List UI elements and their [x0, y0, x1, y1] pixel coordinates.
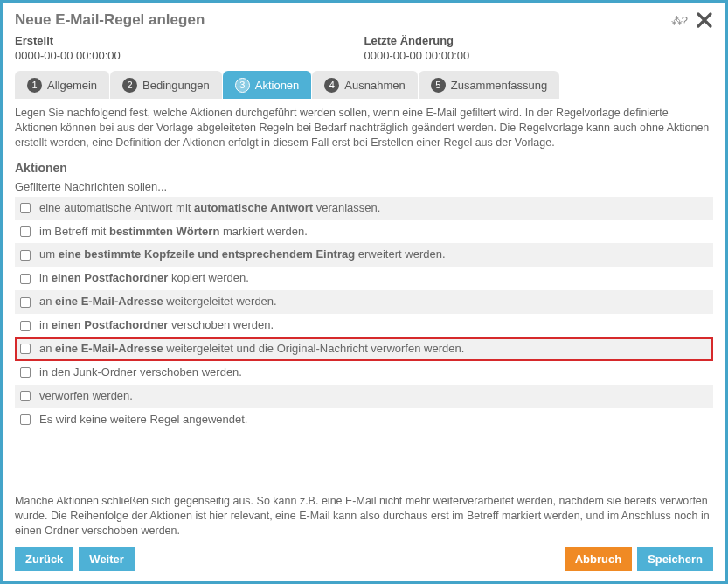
action-pre: in [39, 271, 52, 284]
save-button[interactable]: Speichern [637, 547, 713, 571]
footer-bar: Zurück Weiter Abbruch Speichern [3, 539, 725, 581]
action-text: Es wird keine weitere Regel angewendet. [39, 413, 708, 428]
action-bold: eine bestimmte Kopfzeile und entsprechen… [59, 247, 356, 261]
action-checkbox[interactable] [20, 391, 31, 401]
tab-num: 2 [122, 78, 137, 93]
tab-num: 1 [27, 78, 42, 93]
action-text: verworfen werden. [39, 389, 708, 404]
action-bold: eine E-Mail-Adresse [55, 342, 163, 355]
action-bold: automatische Antwort [194, 201, 313, 214]
action-row[interactable]: Es wird keine weitere Regel angewendet. [15, 408, 713, 432]
tab-ausnahmen[interactable]: 4Ausnahmen [312, 71, 418, 99]
action-pre: um [39, 247, 59, 261]
action-bold: einen Postfachordner [52, 271, 169, 284]
meta-created: Erstellt 0000-00-00 00:00:00 [15, 34, 364, 62]
action-checkbox[interactable] [20, 344, 31, 354]
action-text: eine automatische Antwort mit automatisc… [39, 201, 708, 216]
action-text: in den Junk-Ordner verschoben werden. [39, 365, 708, 380]
action-post: weitergeleitet werden. [163, 295, 277, 308]
modal-title: Neue E-Mail-Regel anlegen [15, 11, 671, 29]
modal-header: Neue E-Mail-Regel anlegen ⁂? [3, 3, 725, 34]
action-pre: an [39, 342, 55, 355]
action-text: in einen Postfachordner kopiert werden. [39, 271, 708, 286]
action-checkbox[interactable] [20, 203, 31, 213]
action-text: in einen Postfachordner verschoben werde… [39, 318, 708, 333]
action-row[interactable]: eine automatische Antwort mit automatisc… [15, 197, 713, 220]
action-row[interactable]: an eine E-Mail-Adresse weitergeleitet un… [15, 337, 713, 361]
tab-label: Zusammenfassung [451, 79, 548, 92]
action-bold: bestimmten Wörtern [109, 225, 219, 238]
cancel-button[interactable]: Abbruch [565, 547, 632, 571]
action-text: an eine E-Mail-Adresse weitergeleitet un… [39, 342, 708, 357]
action-post: weitergeleitet und die Original-Nachrich… [163, 342, 465, 355]
modal-dialog: Neue E-Mail-Regel anlegen ⁂? Erstellt 00… [0, 0, 728, 584]
created-label: Erstellt [15, 34, 364, 47]
action-checkbox[interactable] [20, 297, 31, 308]
action-text: um eine bestimmte Kopfzeile und entsprec… [39, 247, 708, 262]
action-pre: Es wird keine weitere Regel angewendet. [39, 413, 247, 426]
spacer [140, 547, 559, 571]
tab-label: Ausnahmen [344, 79, 405, 92]
action-list: eine automatische Antwort mit automatisc… [15, 197, 713, 432]
tab-num: 5 [431, 78, 446, 93]
action-text: im Betreff mit bestimmten Wörtern markie… [39, 225, 708, 240]
action-pre: an [39, 295, 55, 308]
meta-row: Erstellt 0000-00-00 00:00:00 Letzte Ände… [3, 34, 725, 71]
description-text: Legen Sie nachfolgend fest, welche Aktio… [15, 106, 713, 150]
action-post: kopiert werden. [168, 271, 249, 284]
action-post: erweitert werden. [355, 247, 445, 261]
action-row[interactable]: um eine bestimmte Kopfzeile und entsprec… [15, 243, 713, 267]
tab-label: Bedingungen [142, 79, 210, 92]
created-value: 0000-00-00 00:00:00 [15, 49, 364, 62]
modified-label: Letzte Änderung [364, 34, 714, 47]
sub-label: Gefilterte Nachrichten sollen... [15, 180, 713, 193]
action-pre: im Betreff mit [39, 225, 109, 238]
next-button[interactable]: Weiter [79, 547, 135, 571]
tab-bar: 1Allgemein 2Bedingungen 3Aktionen 4Ausna… [3, 71, 725, 99]
action-pre: in den Junk-Ordner verschoben werden. [39, 365, 242, 379]
action-checkbox[interactable] [20, 321, 31, 331]
action-text: an eine E-Mail-Adresse weitergeleitet we… [39, 295, 708, 309]
tab-num: 3 [235, 78, 250, 93]
action-row[interactable]: verworfen werden. [15, 385, 713, 408]
close-icon[interactable] [696, 11, 713, 29]
action-checkbox[interactable] [20, 414, 31, 425]
tab-label: Allgemein [47, 79, 97, 92]
action-row[interactable]: in einen Postfachordner kopiert werden. [15, 267, 713, 290]
action-post: markiert werden. [219, 225, 307, 238]
action-checkbox[interactable] [20, 226, 31, 237]
action-pre: in [39, 318, 52, 331]
back-button[interactable]: Zurück [15, 547, 73, 571]
action-pre: eine automatische Antwort mit [39, 201, 194, 214]
action-row[interactable]: an eine E-Mail-Adresse weitergeleitet we… [15, 290, 713, 314]
content-area: Legen Sie nachfolgend fest, welche Aktio… [3, 99, 725, 459]
action-row[interactable]: in den Junk-Ordner verschoben werden. [15, 361, 713, 385]
tab-zusammenfassung[interactable]: 5Zusammenfassung [419, 71, 560, 99]
tab-allgemein[interactable]: 1Allgemein [15, 71, 110, 99]
tab-num: 4 [324, 78, 339, 93]
action-bold: einen Postfachordner [52, 318, 169, 331]
tab-aktionen[interactable]: 3Aktionen [223, 71, 313, 99]
tab-label: Aktionen [255, 79, 300, 92]
section-title: Aktionen [15, 161, 713, 175]
action-post: verschoben werden. [168, 318, 274, 331]
help-icon[interactable]: ⁂? [671, 14, 687, 27]
meta-modified: Letzte Änderung 0000-00-00 00:00:00 [364, 34, 714, 62]
tab-bedingungen[interactable]: 2Bedingungen [110, 71, 223, 99]
modified-value: 0000-00-00 00:00:00 [364, 49, 714, 62]
action-checkbox[interactable] [20, 274, 31, 284]
action-pre: verworfen werden. [39, 389, 133, 402]
action-checkbox[interactable] [20, 367, 31, 378]
action-row[interactable]: in einen Postfachordner verschoben werde… [15, 314, 713, 337]
header-icons: ⁂? [671, 11, 713, 29]
action-post: veranlassen. [313, 201, 380, 214]
action-bold: eine E-Mail-Adresse [55, 295, 163, 308]
action-checkbox[interactable] [20, 250, 31, 261]
footnote-text: Manche Aktionen schließen sich gegenseit… [3, 494, 725, 539]
action-row[interactable]: im Betreff mit bestimmten Wörtern markie… [15, 220, 713, 244]
